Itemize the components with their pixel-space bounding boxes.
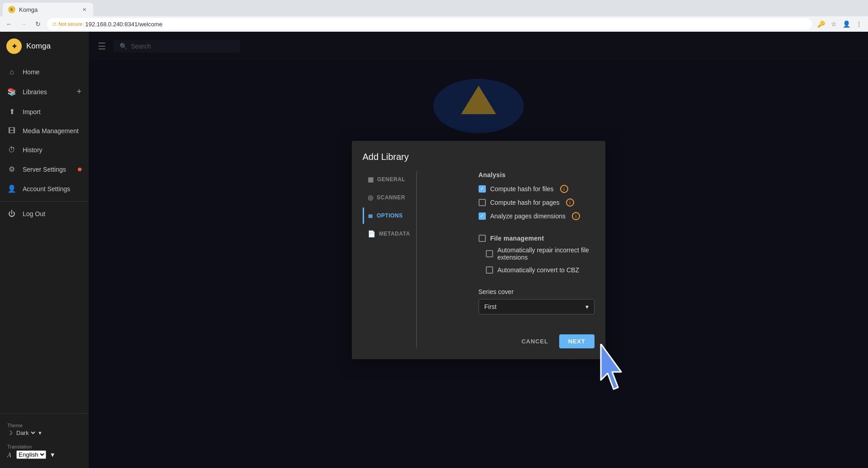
info-hash-pages-icon[interactable]: i [566, 198, 574, 207]
sidebar-header: ✦ Komga [0, 32, 89, 61]
lang-chevron-icon: ▾ [51, 450, 54, 459]
checkbox-row-convert-cbz: Automatically convert to CBZ [486, 266, 595, 274]
checkbox-file-management[interactable] [479, 235, 486, 242]
tab-label: SCANNER [377, 194, 405, 201]
sidebar-divider [0, 201, 89, 202]
sidebar-item-libraries[interactable]: 📚 Libraries + [0, 82, 89, 102]
sidebar-item-label: Import [23, 108, 41, 116]
browser-tabs: K Komga ✕ [0, 0, 868, 16]
tab-scanner[interactable]: ◎ SCANNER [363, 189, 409, 206]
tab-label: OPTIONS [377, 212, 403, 219]
series-cover-value: First [484, 303, 497, 310]
sidebar-item-logout[interactable]: ⏻ Log Out [0, 204, 89, 223]
sidebar-item-label: Account Settings [23, 185, 70, 193]
theme-select-input[interactable]: Dark Light [14, 429, 37, 437]
profile-icon[interactable]: 👤 [841, 19, 852, 29]
info-hash-files-icon[interactable]: i [560, 185, 568, 193]
home-icon: ⌂ [7, 68, 16, 76]
modal-tabs: ▦ GENERAL ◎ SCANNER ≣ OPTIONS 📄 [363, 171, 417, 348]
tab-options[interactable]: ≣ OPTIONS [363, 207, 409, 224]
sidebar-item-history[interactable]: ⏱ History [0, 140, 89, 159]
toolbar-icons: 🔑 ☆ 👤 ⋮ [815, 19, 864, 29]
bookmark-icon[interactable]: ☆ [828, 19, 839, 29]
analysis-section-title: Analysis [479, 171, 595, 179]
sidebar-item-server-settings[interactable]: ⚙ Server Settings [0, 159, 89, 179]
password-icon[interactable]: 🔑 [815, 19, 826, 29]
series-cover-dropdown-icon: ▾ [585, 303, 589, 310]
history-icon: ⏱ [7, 146, 16, 154]
checkbox-convert-cbz[interactable] [486, 266, 493, 274]
libraries-icon: 📚 [7, 87, 16, 96]
reload-button[interactable]: ↻ [33, 19, 43, 29]
next-button[interactable]: NEXT [559, 334, 595, 348]
cancel-button[interactable]: CANCEL [516, 334, 554, 348]
app-name: Komga [26, 42, 51, 51]
logout-icon: ⏻ [7, 210, 16, 218]
series-cover-select[interactable]: First ▾ [479, 299, 595, 314]
sidebar-item-label: History [23, 146, 43, 154]
sidebar-item-import[interactable]: ⬆ Import [0, 102, 89, 121]
general-tab-icon: ▦ [368, 176, 374, 183]
file-management-title: File management [490, 235, 544, 242]
label-hash-files: Compute hash for files [490, 185, 554, 193]
metadata-tab-icon: 📄 [368, 230, 376, 237]
label-hash-pages: Compute hash for pages [490, 199, 560, 206]
file-management-header: File management [479, 235, 595, 242]
sidebar-item-home[interactable]: ⌂ Home [0, 63, 89, 82]
import-icon: ⬆ [7, 107, 16, 116]
tab-metadata[interactable]: 📄 METADATA [363, 226, 409, 242]
checkbox-row-hash-pages: Compute hash for pages i [479, 198, 595, 207]
translation-icon: 𝐴 [7, 451, 12, 459]
checkbox-row-repair-ext: Automatically repair incorrect file exte… [486, 246, 595, 261]
app-logo: ✦ [6, 39, 22, 54]
label-convert-cbz: Automatically convert to CBZ [498, 266, 580, 274]
svg-marker-3 [601, 344, 621, 389]
sidebar: ✦ Komga ⌂ Home 📚 Libraries + ⬆ Import 🎞 … [0, 32, 89, 468]
label-analyze-dims: Analyze pages dimensions [490, 212, 566, 220]
back-button[interactable]: ← [4, 19, 14, 29]
translation-label: Translation [7, 444, 82, 449]
checkbox-repair-ext[interactable] [486, 250, 493, 257]
media-mgmt-icon: 🎞 [7, 127, 16, 135]
theme-label: Theme [7, 423, 82, 428]
options-tab-icon: ≣ [368, 212, 374, 219]
forward-button[interactable]: → [18, 19, 29, 29]
label-repair-ext: Automatically repair incorrect file exte… [498, 246, 595, 261]
series-cover-label: Series cover [479, 288, 595, 295]
language-select-input[interactable]: English French [16, 450, 46, 459]
sidebar-item-account-settings[interactable]: 👤 Account Settings [0, 179, 89, 198]
translation-selector[interactable]: Translation 𝐴 English French ▾ [0, 440, 89, 463]
checkbox-analyze-dims[interactable] [479, 212, 486, 220]
sidebar-item-label: Server Settings [23, 166, 66, 173]
tab-favicon: K [8, 6, 15, 13]
checkbox-hash-files[interactable] [479, 185, 486, 193]
tab-close-button[interactable]: ✕ [81, 6, 88, 13]
modal-title: Add Library [363, 152, 595, 162]
server-settings-badge [78, 168, 82, 171]
scanner-tab-icon: ◎ [368, 194, 374, 201]
theme-selector[interactable]: Theme ☽ Dark Light ▾ [0, 419, 89, 440]
tab-label: METADATA [379, 231, 410, 237]
more-icon[interactable]: ⋮ [854, 19, 864, 29]
modal-content-area: Analysis Compute hash for files i Comput… [479, 171, 595, 348]
tab-label: GENERAL [377, 176, 405, 183]
address-text: 192.168.0.240:8341/welcome [85, 21, 163, 28]
cursor-arrow [592, 344, 633, 396]
insecure-indicator: ⚠ Not secure [53, 21, 82, 27]
browser-tab[interactable]: K Komga ✕ [3, 3, 93, 16]
checkbox-hash-pages[interactable] [479, 199, 486, 206]
add-library-button[interactable]: + [77, 87, 82, 96]
checkbox-row-hash-files: Compute hash for files i [479, 185, 595, 193]
sidebar-item-media-management[interactable]: 🎞 Media Management [0, 121, 89, 140]
browser-chrome: K Komga ✕ ← → ↻ ⚠ Not secure 192.168.0.2… [0, 0, 868, 32]
browser-toolbar: ← → ↻ ⚠ Not secure 192.168.0.240:8341/we… [0, 16, 868, 32]
modal-footer: CANCEL NEXT [479, 327, 595, 348]
translation-value: 𝐴 English French ▾ [7, 450, 82, 459]
address-bar[interactable]: ⚠ Not secure 192.168.0.240:8341/welcome [47, 18, 812, 30]
info-analyze-dims-icon[interactable]: i [572, 212, 580, 220]
account-icon: 👤 [7, 184, 16, 193]
tab-general[interactable]: ▦ GENERAL [363, 171, 409, 188]
modal-overlay: Add Library ▦ GENERAL ◎ SCANNER ≣ [89, 32, 868, 468]
add-library-modal: Add Library ▦ GENERAL ◎ SCANNER ≣ [352, 141, 605, 359]
tab-label: Komga [19, 6, 38, 13]
